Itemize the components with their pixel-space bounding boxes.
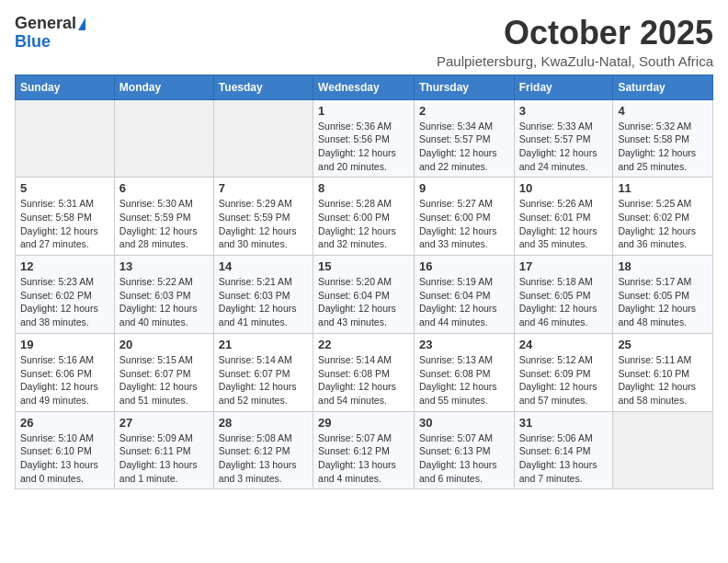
logo-triangle-icon [78, 17, 85, 30]
day-info: Sunrise: 5:08 AM Sunset: 6:12 PM Dayligh… [219, 431, 308, 486]
calendar-cell: 17Sunrise: 5:18 AM Sunset: 6:05 PM Dayli… [514, 256, 613, 334]
day-info: Sunrise: 5:14 AM Sunset: 6:07 PM Dayligh… [219, 353, 308, 408]
col-header-wednesday: Wednesday [313, 75, 415, 99]
day-info: Sunrise: 5:36 AM Sunset: 5:56 PM Dayligh… [318, 120, 409, 174]
day-info: Sunrise: 5:15 AM Sunset: 6:07 PM Dayligh… [119, 353, 209, 408]
day-info: Sunrise: 5:22 AM Sunset: 6:03 PM Dayligh… [119, 275, 209, 329]
calendar-cell: 14Sunrise: 5:21 AM Sunset: 6:03 PM Dayli… [213, 256, 313, 334]
day-number: 23 [419, 338, 509, 351]
calendar-cell: 27Sunrise: 5:09 AM Sunset: 6:11 PM Dayli… [114, 411, 213, 489]
day-info: Sunrise: 5:12 AM Sunset: 6:09 PM Dayligh… [519, 353, 609, 408]
logo: General Blue [15, 15, 85, 52]
col-header-sunday: Sunday [16, 75, 115, 99]
calendar-cell: 9Sunrise: 5:27 AM Sunset: 6:00 PM Daylig… [414, 178, 514, 256]
day-number: 10 [519, 181, 609, 195]
day-number: 17 [519, 259, 609, 273]
logo-blue: Blue [15, 33, 51, 52]
day-info: Sunrise: 5:32 AM Sunset: 5:58 PM Dayligh… [618, 120, 708, 174]
day-number: 5 [20, 181, 109, 195]
day-number: 3 [519, 104, 609, 118]
calendar-cell: 31Sunrise: 5:06 AM Sunset: 6:14 PM Dayli… [514, 411, 613, 489]
day-number: 30 [419, 416, 509, 430]
calendar-cell: 2Sunrise: 5:34 AM Sunset: 5:57 PM Daylig… [414, 99, 514, 178]
logo-general: General [15, 15, 76, 33]
day-info: Sunrise: 5:25 AM Sunset: 6:02 PM Dayligh… [618, 197, 708, 251]
day-info: Sunrise: 5:21 AM Sunset: 6:03 PM Dayligh… [219, 275, 308, 329]
day-number: 4 [618, 104, 708, 118]
calendar-cell: 7Sunrise: 5:29 AM Sunset: 5:59 PM Daylig… [213, 178, 313, 256]
day-info: Sunrise: 5:28 AM Sunset: 6:00 PM Dayligh… [318, 197, 409, 251]
calendar-cell: 23Sunrise: 5:13 AM Sunset: 6:08 PM Dayli… [414, 333, 514, 411]
day-info: Sunrise: 5:10 AM Sunset: 6:10 PM Dayligh… [20, 431, 109, 486]
calendar-cell: 25Sunrise: 5:11 AM Sunset: 6:10 PM Dayli… [613, 333, 713, 411]
day-info: Sunrise: 5:29 AM Sunset: 5:59 PM Dayligh… [219, 197, 308, 251]
calendar-week-2: 5Sunrise: 5:31 AM Sunset: 5:58 PM Daylig… [16, 178, 713, 256]
day-info: Sunrise: 5:19 AM Sunset: 6:04 PM Dayligh… [419, 275, 509, 329]
col-header-saturday: Saturday [613, 75, 713, 99]
day-info: Sunrise: 5:20 AM Sunset: 6:04 PM Dayligh… [318, 275, 409, 329]
calendar-cell: 3Sunrise: 5:33 AM Sunset: 5:57 PM Daylig… [514, 99, 613, 178]
calendar-cell: 30Sunrise: 5:07 AM Sunset: 6:13 PM Dayli… [414, 411, 514, 489]
header-row: SundayMondayTuesdayWednesdayThursdayFrid… [16, 75, 713, 99]
calendar-cell: 21Sunrise: 5:14 AM Sunset: 6:07 PM Dayli… [213, 333, 313, 411]
calendar-cell: 22Sunrise: 5:14 AM Sunset: 6:08 PM Dayli… [313, 333, 415, 411]
calendar-cell: 4Sunrise: 5:32 AM Sunset: 5:58 PM Daylig… [613, 99, 713, 178]
day-number: 1 [318, 104, 409, 118]
calendar-cell [213, 99, 313, 178]
calendar-cell: 6Sunrise: 5:30 AM Sunset: 5:59 PM Daylig… [114, 178, 213, 256]
day-number: 2 [419, 104, 509, 118]
day-number: 28 [219, 416, 308, 430]
calendar-cell: 5Sunrise: 5:31 AM Sunset: 5:58 PM Daylig… [16, 178, 115, 256]
day-info: Sunrise: 5:27 AM Sunset: 6:00 PM Dayligh… [419, 197, 509, 251]
day-number: 25 [618, 338, 708, 351]
day-number: 20 [119, 338, 209, 351]
day-info: Sunrise: 5:17 AM Sunset: 6:05 PM Dayligh… [618, 275, 708, 329]
day-number: 15 [318, 259, 409, 273]
day-info: Sunrise: 5:23 AM Sunset: 6:02 PM Dayligh… [20, 275, 109, 329]
calendar-cell: 13Sunrise: 5:22 AM Sunset: 6:03 PM Dayli… [114, 256, 213, 334]
day-number: 7 [219, 181, 308, 195]
calendar-cell [16, 99, 115, 178]
calendar-week-3: 12Sunrise: 5:23 AM Sunset: 6:02 PM Dayli… [16, 256, 713, 334]
day-number: 29 [318, 416, 409, 430]
day-info: Sunrise: 5:31 AM Sunset: 5:58 PM Dayligh… [20, 197, 109, 251]
title-block: October 2025 Paulpietersburg, KwaZulu-Na… [437, 15, 713, 69]
calendar-cell [114, 99, 213, 178]
day-info: Sunrise: 5:26 AM Sunset: 6:01 PM Dayligh… [519, 197, 609, 251]
calendar-week-4: 19Sunrise: 5:16 AM Sunset: 6:06 PM Dayli… [16, 333, 713, 411]
page-header: General Blue October 2025 Paulpietersbur… [15, 15, 713, 69]
col-header-thursday: Thursday [414, 75, 514, 99]
title-month: October 2025 [437, 15, 713, 52]
calendar-cell: 16Sunrise: 5:19 AM Sunset: 6:04 PM Dayli… [414, 256, 514, 334]
day-number: 9 [419, 181, 509, 195]
calendar-cell: 1Sunrise: 5:36 AM Sunset: 5:56 PM Daylig… [313, 99, 415, 178]
col-header-friday: Friday [514, 75, 613, 99]
day-number: 16 [419, 259, 509, 273]
calendar-cell: 11Sunrise: 5:25 AM Sunset: 6:02 PM Dayli… [613, 178, 713, 256]
calendar-cell: 24Sunrise: 5:12 AM Sunset: 6:09 PM Dayli… [514, 333, 613, 411]
calendar-cell: 28Sunrise: 5:08 AM Sunset: 6:12 PM Dayli… [213, 411, 313, 489]
calendar-cell: 26Sunrise: 5:10 AM Sunset: 6:10 PM Dayli… [16, 411, 115, 489]
day-number: 24 [519, 338, 609, 351]
day-number: 11 [618, 181, 708, 195]
day-number: 13 [119, 259, 209, 273]
day-number: 6 [119, 181, 209, 195]
title-location: Paulpietersburg, KwaZulu-Natal, South Af… [437, 53, 713, 69]
calendar-week-1: 1Sunrise: 5:36 AM Sunset: 5:56 PM Daylig… [16, 99, 713, 178]
day-info: Sunrise: 5:13 AM Sunset: 6:08 PM Dayligh… [419, 353, 509, 408]
day-info: Sunrise: 5:18 AM Sunset: 6:05 PM Dayligh… [519, 275, 609, 329]
calendar-cell [613, 411, 713, 489]
day-number: 18 [618, 259, 708, 273]
day-info: Sunrise: 5:11 AM Sunset: 6:10 PM Dayligh… [618, 353, 708, 408]
day-number: 22 [318, 338, 409, 351]
calendar-cell: 12Sunrise: 5:23 AM Sunset: 6:02 PM Dayli… [16, 256, 115, 334]
calendar-cell: 15Sunrise: 5:20 AM Sunset: 6:04 PM Dayli… [313, 256, 415, 334]
day-number: 26 [20, 416, 109, 430]
day-info: Sunrise: 5:09 AM Sunset: 6:11 PM Dayligh… [119, 431, 209, 486]
calendar-cell: 10Sunrise: 5:26 AM Sunset: 6:01 PM Dayli… [514, 178, 613, 256]
day-number: 8 [318, 181, 409, 195]
day-info: Sunrise: 5:14 AM Sunset: 6:08 PM Dayligh… [318, 353, 409, 408]
day-info: Sunrise: 5:06 AM Sunset: 6:14 PM Dayligh… [519, 431, 609, 486]
calendar-cell: 8Sunrise: 5:28 AM Sunset: 6:00 PM Daylig… [313, 178, 415, 256]
calendar-week-5: 26Sunrise: 5:10 AM Sunset: 6:10 PM Dayli… [16, 411, 713, 489]
